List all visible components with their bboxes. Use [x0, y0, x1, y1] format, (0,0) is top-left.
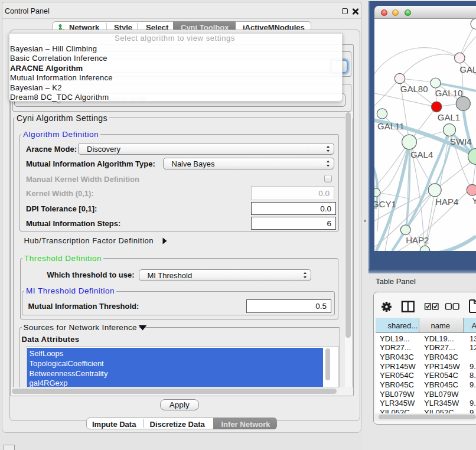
svg-text:HAP4: HAP4 [435, 196, 458, 206]
svg-text:GAL10: GAL10 [435, 88, 463, 98]
svg-text:SWI4: SWI4 [450, 136, 472, 146]
svg-text:GAL1: GAL1 [438, 112, 460, 122]
svg-text:Y: Y [472, 195, 476, 206]
svg-text:GAL: GAL [459, 64, 476, 74]
svg-text:GCY1: GCY1 [374, 198, 396, 208]
svg-text:GAL11: GAL11 [377, 120, 405, 131]
svg-text:GAL4: GAL4 [410, 149, 433, 159]
svg-text:HAP2: HAP2 [406, 235, 429, 245]
svg-text:GAL80: GAL80 [400, 84, 428, 94]
